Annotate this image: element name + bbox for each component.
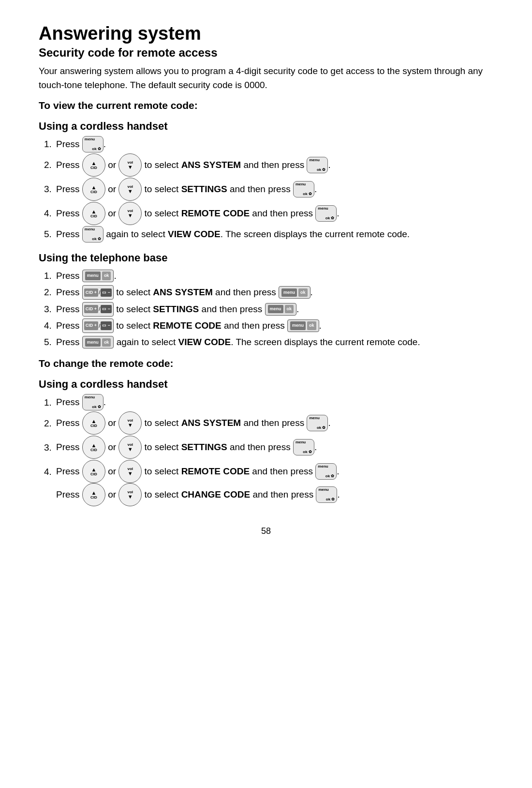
- base-menuok-button: menu ok: [265, 303, 297, 316]
- base-menuok-button: menu ok: [82, 270, 114, 282]
- menuok-button: menu ok ✿: [316, 486, 337, 503]
- base-cidvol-button: CID + / ▭ −: [82, 318, 114, 333]
- base-view-list: Press menu ok . Press CID + / ▭ − to sel…: [54, 268, 493, 350]
- base-cidvol-button: CID + / ▭ −: [82, 285, 114, 300]
- page-number: 58: [39, 526, 493, 536]
- base-menuok-button: menu ok: [82, 336, 114, 349]
- list-item: Press menu ok ✿ .: [54, 136, 493, 153]
- cid-up-button: ▲ CID: [82, 411, 105, 435]
- vol-down-button: vol ▼: [118, 178, 142, 201]
- subsection-cordless-change: Using a cordless handset: [39, 378, 493, 391]
- menuok-button: menu ok ✿: [82, 136, 103, 152]
- list-item: Press CID + / ▭ − to select REMOTE CODE …: [54, 318, 493, 333]
- vol-down-button: vol ▼: [118, 436, 142, 459]
- cordless-change-list: Press menu ok ✿ . Press ▲ CID or vol ▼ t…: [54, 394, 493, 507]
- subsection-cordless-view: Using a cordless handset: [39, 120, 493, 133]
- list-item: Press ▲ CID or vol ▼ to select ANS SYSTE…: [54, 154, 493, 177]
- vol-down-button: vol ▼: [118, 483, 142, 506]
- subsection-base-view: Using the telephone base: [39, 252, 493, 264]
- cid-up-button: ▲ CID: [82, 483, 105, 506]
- cid-up-button: ▲ CID: [82, 436, 105, 459]
- page-subtitle: Security code for remote access: [39, 46, 493, 60]
- section1-heading: To view the current remote code:: [39, 100, 493, 111]
- list-item: Press menu ok again to select VIEW CODE.…: [54, 334, 493, 350]
- base-menuok-button: menu ok: [279, 286, 310, 299]
- vol-down-button: vol ▼: [118, 202, 142, 225]
- menuok-button: menu ok ✿: [307, 157, 328, 173]
- menuok-button: menu ok ✿: [315, 205, 337, 222]
- cid-up-button: ▲ CID: [82, 178, 105, 201]
- cid-up-button: ▲ CID: [82, 202, 105, 225]
- list-item: Press menu ok ✿ again to select VIEW COD…: [54, 227, 493, 243]
- list-item: Press CID + / ▭ − to select ANS SYSTEM a…: [54, 285, 493, 300]
- intro-text: Your answering system allows you to prog…: [39, 64, 493, 92]
- menuok-button: menu ok ✿: [307, 415, 328, 431]
- list-item: Press ▲ CID or vol ▼ to select REMOTE CO…: [54, 460, 493, 507]
- menuok-button: menu ok ✿: [82, 394, 103, 410]
- menuok-button: menu ok ✿: [315, 463, 337, 480]
- section2-heading: To change the remote code:: [39, 358, 493, 369]
- base-menuok-button: menu ok: [287, 319, 319, 332]
- cid-up-button: ▲ CID: [82, 460, 105, 483]
- vol-down-button: vol ▼: [118, 460, 142, 483]
- menuok-button: menu ok ✿: [82, 226, 103, 242]
- cordless-view-list: Press menu ok ✿ . Press ▲ CID or vol ▼ t…: [54, 136, 493, 243]
- vol-down-button: vol ▼: [118, 153, 142, 177]
- list-item: Press menu ok ✿ .: [54, 394, 493, 411]
- list-item: Press ▲ CID or vol ▼ to select REMOTE CO…: [54, 202, 493, 226]
- menuok-button: menu ok ✿: [293, 181, 314, 197]
- cid-up-button: ▲ CID: [82, 153, 105, 177]
- list-item: Press ▲ CID or vol ▼ to select ANS SYSTE…: [54, 412, 493, 435]
- vol-down-button: vol ▼: [118, 411, 142, 435]
- base-cidvol-button: CID + / ▭ −: [82, 302, 114, 317]
- page-title: Answering system: [39, 23, 493, 44]
- menuok-button: menu ok ✿: [293, 439, 314, 455]
- list-item: Press ▲ CID or vol ▼ to select SETTINGS …: [54, 178, 493, 201]
- list-item: Press CID + / ▭ − to select SETTINGS and…: [54, 302, 493, 317]
- list-item: Press menu ok .: [54, 268, 493, 284]
- list-item: Press ▲ CID or vol ▼ to select SETTINGS …: [54, 436, 493, 459]
